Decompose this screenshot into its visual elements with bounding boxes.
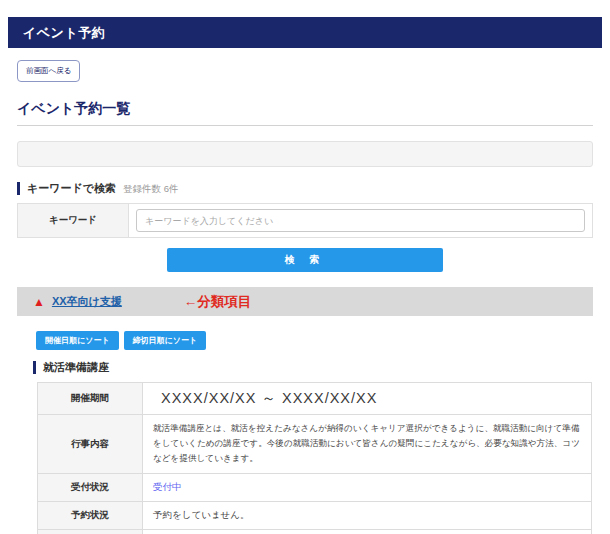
table-row-period: 開催期間 XXXX/XX/XX ～ XXXX/XX/XX xyxy=(38,383,591,415)
category-link[interactable]: XX卒向け支援 xyxy=(52,294,122,309)
table-row-reservation: 予約状況 予約をしていません。 xyxy=(38,502,591,530)
sort-button-row: 開催日順にソート 締切日順にソート xyxy=(36,331,610,350)
list-heading: イベント予約一覧 xyxy=(17,100,593,126)
keyword-input[interactable] xyxy=(136,209,585,232)
sort-by-event-date-button[interactable]: 開催日順にソート xyxy=(36,331,119,350)
event-detail-table: 開催期間 XXXX/XX/XX ～ XXXX/XX/XX 行事内容 就活準備講座… xyxy=(37,382,592,534)
period-label: 開催期間 xyxy=(38,383,143,414)
keyword-field-wrap xyxy=(129,204,592,237)
search-button[interactable]: 検 索 xyxy=(167,248,443,272)
table-row-acceptance: 受付状況 受付中 xyxy=(38,474,591,502)
back-button[interactable]: 前画面へ戻る xyxy=(17,60,80,82)
keyword-field-label: キーワード xyxy=(18,204,129,237)
keyword-search-section-title: キーワードで検索 登録件数 6件 xyxy=(17,181,610,196)
empty-message-box xyxy=(17,141,593,167)
acceptance-label: 受付状況 xyxy=(38,474,143,501)
table-row-details: 行事内容 就活準備講座とは、就活を控えたみなさんが納得のいくキャリア選択ができる… xyxy=(38,415,591,474)
sort-by-deadline-button[interactable]: 締切日順にソート xyxy=(124,331,207,350)
details-value: 就活準備講座とは、就活を控えたみなさんが納得のいくキャリア選択ができるように、就… xyxy=(143,415,591,473)
triangle-up-icon: ▲ xyxy=(33,296,45,308)
category-annotation: ←分類項目 xyxy=(184,293,252,311)
reservation-value: 予約をしていません。 xyxy=(143,502,591,529)
table-row-schedule: 日程確認 この行事の日程を確認する xyxy=(38,530,591,534)
acceptance-status-link[interactable]: 受付中 xyxy=(153,481,182,494)
section-accent-bar xyxy=(33,361,36,374)
details-label: 行事内容 xyxy=(38,415,143,473)
registered-count: 登録件数 6件 xyxy=(123,183,178,196)
section-accent-bar xyxy=(17,182,20,195)
event-section-title: 就活準備講座 xyxy=(33,360,610,375)
keyword-search-title: キーワードで検索 xyxy=(27,181,116,196)
period-value: XXXX/XX/XX ～ XXXX/XX/XX xyxy=(143,383,591,414)
category-bar: ▲ XX卒向け支援 ←分類項目 xyxy=(17,287,593,316)
reservation-label: 予約状況 xyxy=(38,502,143,529)
event-title: 就活準備講座 xyxy=(43,360,109,375)
schedule-label: 日程確認 xyxy=(38,530,143,534)
keyword-form: キーワード xyxy=(17,203,593,238)
page-title: イベント予約 xyxy=(8,17,602,48)
